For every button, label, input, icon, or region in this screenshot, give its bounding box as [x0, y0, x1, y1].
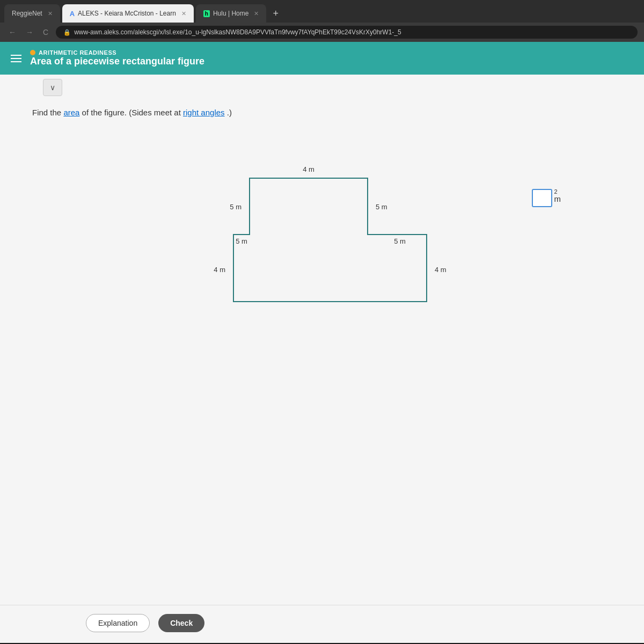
- aleks-header: ARITHMETIC READINESS Area of a piecewise…: [0, 42, 644, 75]
- tab-aleks-favicon: A: [70, 10, 75, 18]
- tab-bar: ReggieNet ✕ A ALEKS - Keiara McCriston -…: [0, 0, 644, 23]
- right-angles-link[interactable]: right angles: [183, 108, 225, 117]
- tab-reggienet-label: ReggieNet: [12, 10, 42, 17]
- svg-text:5 m: 5 m: [230, 203, 241, 211]
- lock-icon: 🔒: [63, 29, 71, 36]
- tab-hulu-favicon: h: [203, 10, 210, 17]
- tab-hulu-label: Hulu | Home: [213, 10, 248, 17]
- tab-aleks[interactable]: A ALEKS - Keiara McCriston - Learn ✕: [62, 4, 194, 23]
- tab-reggienet[interactable]: ReggieNet ✕: [4, 4, 60, 23]
- tab-hulu[interactable]: h Hulu | Home ✕: [196, 4, 267, 23]
- svg-text:5 m: 5 m: [236, 237, 247, 245]
- forward-button[interactable]: →: [24, 27, 35, 38]
- svg-text:4 m: 4 m: [435, 266, 447, 274]
- answer-input-box[interactable]: [532, 189, 552, 207]
- svg-text:4 m: 4 m: [214, 266, 225, 274]
- browser-chrome: ReggieNet ✕ A ALEKS - Keiara McCriston -…: [0, 0, 644, 42]
- area-link[interactable]: area: [63, 108, 79, 117]
- chevron-down-icon: ∨: [50, 83, 55, 92]
- header-category: ARITHMETIC READINESS: [30, 49, 204, 56]
- answer-input-area: 2 m: [532, 189, 561, 207]
- hamburger-menu[interactable]: [11, 55, 21, 62]
- header-title-area: ARITHMETIC READINESS Area of a piecewise…: [30, 49, 204, 67]
- back-button[interactable]: ←: [6, 27, 18, 38]
- new-tab-button[interactable]: +: [268, 8, 283, 19]
- url-text: www-awn.aleks.com/alekscgi/x/lsl.exe/1o_…: [74, 28, 401, 36]
- tab-aleks-close[interactable]: ✕: [181, 10, 186, 17]
- figure-svg: 4 m 5 m 5 m 5 m 5 m 4 m 4 m: [142, 135, 518, 339]
- unit-base: m: [554, 195, 561, 203]
- url-box[interactable]: 🔒 www-awn.aleks.com/alekscgi/x/lsl.exe/1…: [56, 26, 638, 39]
- category-text: ARITHMETIC READINESS: [39, 49, 116, 56]
- dropdown-button[interactable]: ∨: [43, 79, 62, 96]
- question-area: Find the area of the figure. (Sides meet…: [0, 96, 644, 643]
- question-text: Find the area of the figure. (Sides meet…: [32, 107, 628, 119]
- refresh-button[interactable]: C: [41, 27, 50, 38]
- answer-unit: 2 m: [554, 189, 561, 203]
- category-dot: [30, 50, 35, 55]
- tab-aleks-label: ALEKS - Keiara McCriston - Learn: [78, 10, 176, 17]
- tab-reggienet-close[interactable]: ✕: [48, 10, 53, 17]
- svg-text:4 m: 4 m: [303, 165, 314, 173]
- check-button[interactable]: Check: [158, 614, 204, 632]
- answer-field[interactable]: [533, 191, 551, 206]
- address-bar: ← → C 🔒 www-awn.aleks.com/alekscgi/x/lsl…: [0, 23, 644, 42]
- svg-text:5 m: 5 m: [376, 203, 387, 211]
- svg-text:5 m: 5 m: [394, 237, 406, 245]
- page-title: Area of a piecewise rectangular figure: [30, 56, 204, 67]
- unit-superscript: 2: [554, 189, 558, 195]
- explanation-button[interactable]: Explanation: [86, 614, 150, 632]
- bottom-bar: Explanation Check: [0, 605, 644, 643]
- tab-hulu-close[interactable]: ✕: [254, 10, 259, 17]
- page-content: ARITHMETIC READINESS Area of a piecewise…: [0, 42, 644, 643]
